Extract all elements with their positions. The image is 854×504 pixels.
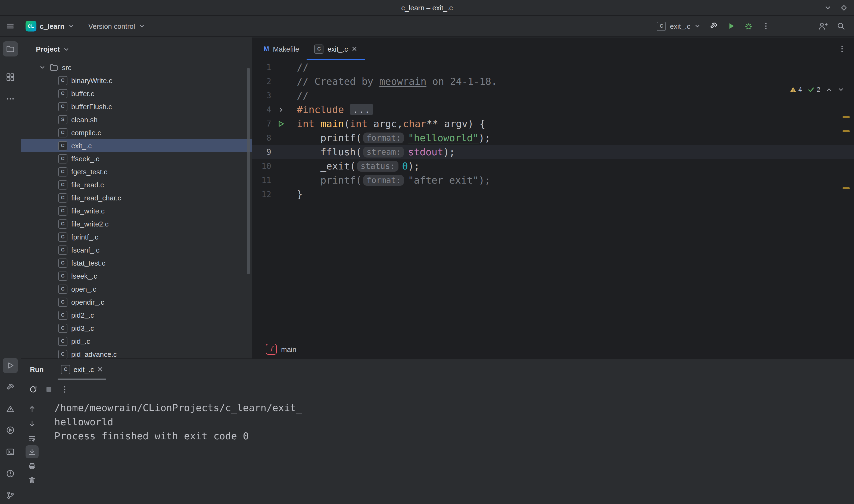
file-row[interactable]: Cfile_write2.c	[21, 217, 252, 230]
code-area[interactable]: 1//2// Created by meowrain on 24-1-18.3/…	[252, 60, 854, 340]
warning-stripe-mark[interactable]	[842, 187, 850, 189]
file-row[interactable]: Cfile_write.c	[21, 204, 252, 217]
file-row[interactable]: Cpid_advance.c	[21, 347, 252, 358]
code-line[interactable]: 1//	[252, 60, 854, 74]
git-tool-button[interactable]	[3, 488, 18, 503]
file-name: pid_advance.c	[71, 350, 117, 358]
rerun-button[interactable]	[29, 385, 37, 394]
file-row[interactable]: Ccompile.c	[21, 126, 252, 139]
file-row[interactable]: Cfgets_test.c	[21, 165, 252, 178]
warning-stripe-mark[interactable]	[842, 116, 850, 118]
structure-tool-button[interactable]	[3, 70, 18, 85]
chevron-expanded-icon[interactable]	[39, 64, 46, 71]
tab-options-button[interactable]	[838, 44, 847, 53]
close-icon[interactable]	[352, 46, 357, 52]
run-line-icon[interactable]	[271, 117, 297, 131]
passed-badge[interactable]: 2	[807, 86, 820, 93]
code-line[interactable]: 7int main(int argc,char** argv) {	[252, 117, 854, 131]
soft-wrap-button[interactable]	[25, 432, 39, 445]
code-text: //	[297, 89, 309, 103]
run-panel-title: Run	[30, 365, 44, 373]
run-panel-header: Run C exit_.c	[21, 359, 854, 380]
gutter-spacer	[271, 89, 297, 103]
build-button[interactable]	[710, 22, 718, 31]
next-problem-button[interactable]	[838, 86, 844, 93]
more-tool-windows-button[interactable]	[3, 91, 18, 106]
file-row[interactable]: CbufferFlush.c	[21, 100, 252, 113]
terminal-tool-button[interactable]	[3, 444, 18, 460]
file-row[interactable]: Cfile_read.c	[21, 178, 252, 191]
file-row[interactable]: Cfscanf_.c	[21, 243, 252, 256]
build-tool-button[interactable]	[3, 380, 18, 395]
file-row[interactable]: Copendir_.c	[21, 295, 252, 308]
code-line[interactable]: 10 _exit(status:0);	[252, 159, 854, 173]
clion-window: c_learn – exit_.c CL c_learn Version con…	[0, 0, 854, 504]
project-scrollbar[interactable]	[247, 68, 250, 274]
file-row[interactable]: Cfprintf_.c	[21, 230, 252, 243]
code-line[interactable]: 11 printf(format:"after exit");	[252, 173, 854, 187]
fold-arrow-icon[interactable]	[271, 103, 297, 117]
code-line[interactable]: 8 printf(format:"helloworld");	[252, 131, 854, 145]
file-row[interactable]: Cfile_read_char.c	[21, 191, 252, 204]
services-tool-button[interactable]	[3, 422, 18, 438]
notifications-tool-button[interactable]	[3, 401, 18, 417]
code-line[interactable]: 4#include ...	[252, 103, 854, 117]
debug-button[interactable]	[744, 22, 753, 31]
problems-tool-button[interactable]	[3, 466, 18, 481]
project-selector[interactable]: CL c_learn	[22, 18, 77, 34]
next-occurrence-button[interactable]	[25, 417, 39, 430]
file-name: binaryWrite.c	[71, 76, 112, 85]
folder-icon	[50, 63, 58, 72]
run-tool-button[interactable]	[3, 358, 18, 373]
file-row[interactable]: Cffseek_.c	[21, 152, 252, 165]
run-tab-exit-c[interactable]: C exit_.c	[58, 359, 106, 380]
file-row[interactable]: Cexit_.c	[21, 139, 252, 152]
warning-stripe-mark[interactable]	[842, 130, 850, 132]
clear-console-button[interactable]	[25, 473, 39, 487]
window-shade-button[interactable]	[824, 4, 832, 12]
folder-row-src[interactable]: src	[21, 61, 252, 74]
file-row[interactable]: Cpid2_.c	[21, 308, 252, 322]
tab-exit-c[interactable]: C exit_.c	[307, 37, 365, 60]
file-row[interactable]: Copen_.c	[21, 283, 252, 295]
breadcrumb-function[interactable]: main	[281, 345, 296, 353]
file-row[interactable]: Cbuffer.c	[21, 87, 252, 100]
code-line[interactable]: 3//	[252, 89, 854, 103]
editor-area: M Makefile C exit_.c 1//2// Created by m…	[252, 37, 854, 358]
tab-makefile[interactable]: M Makefile	[256, 37, 307, 60]
project-panel-header[interactable]: Project	[21, 37, 252, 61]
code-with-me-button[interactable]	[818, 22, 828, 31]
stop-button[interactable]	[45, 385, 53, 394]
prev-problem-button[interactable]	[826, 86, 832, 93]
file-row[interactable]: CbinaryWrite.c	[21, 74, 252, 87]
run-button[interactable]	[727, 22, 735, 31]
prev-occurrence-button[interactable]	[25, 402, 39, 415]
file-row[interactable]: Sclean.sh	[21, 113, 252, 126]
project-panel: Project src CbinaryWrite.cCbuffer.cCbuff…	[21, 37, 252, 358]
file-row[interactable]: Cfstat_test.c	[21, 256, 252, 269]
code-line[interactable]: 9 fflush(stream:stdout);	[252, 145, 854, 159]
run-config-selector[interactable]: C exit_.c	[657, 21, 701, 31]
project-tool-button[interactable]	[3, 41, 18, 56]
window-title: c_learn – exit_.c	[401, 3, 453, 12]
code-line[interactable]: 2// Created by meowrain on 24-1-18.	[252, 74, 854, 89]
close-icon[interactable]	[97, 366, 103, 372]
print-button[interactable]	[25, 460, 39, 472]
window-close-button[interactable]	[840, 4, 848, 11]
window-controls	[824, 0, 848, 15]
more-actions-button[interactable]	[762, 22, 770, 31]
file-row[interactable]: Cpid_.c	[21, 335, 252, 347]
c-file-icon: C	[58, 128, 67, 137]
c-file-icon: C	[58, 232, 67, 241]
code-line[interactable]: 12}	[252, 187, 854, 201]
console-output[interactable]: /home/meowrain/CLionProjects/c_learn/exi…	[43, 399, 854, 504]
scroll-to-end-button[interactable]	[25, 445, 39, 458]
file-row[interactable]: Clseek_.c	[21, 269, 252, 283]
file-row[interactable]: Cpid3_.c	[21, 322, 252, 335]
main-menu-button[interactable]	[6, 22, 15, 31]
c-file-icon: C	[58, 337, 67, 346]
vcs-widget[interactable]: Version control	[85, 18, 148, 34]
search-everywhere-button[interactable]	[837, 22, 845, 31]
run-more-button[interactable]	[60, 385, 69, 394]
warnings-badge[interactable]: 4	[789, 86, 802, 93]
